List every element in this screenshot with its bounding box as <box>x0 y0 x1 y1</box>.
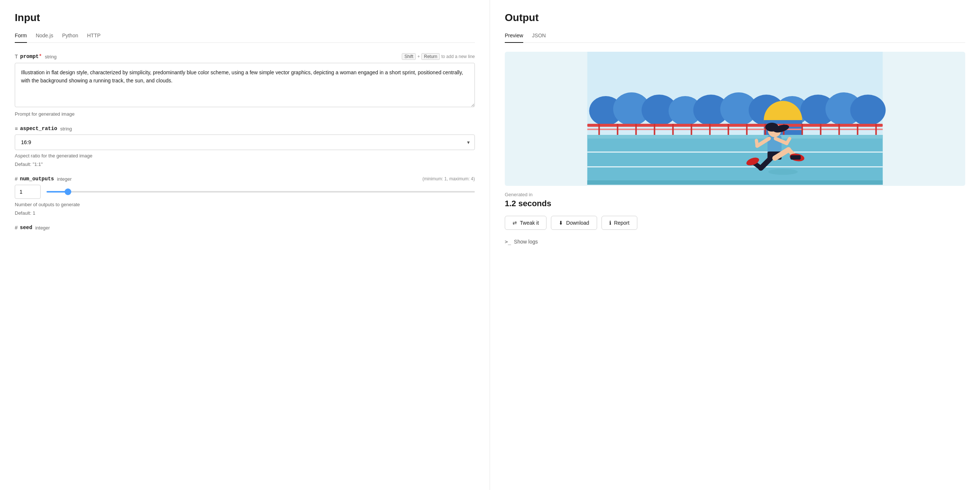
svg-rect-16 <box>598 124 600 135</box>
svg-rect-33 <box>587 152 883 153</box>
tweak-icon: ⇄ <box>512 220 517 226</box>
tab-form[interactable]: Form <box>15 32 27 43</box>
seed-field-name: seed <box>20 225 32 231</box>
svg-rect-31 <box>875 124 877 135</box>
show-logs-toggle[interactable]: >_ Show logs <box>505 239 965 245</box>
svg-rect-35 <box>587 135 883 139</box>
report-icon: ℹ <box>609 220 611 226</box>
num-outputs-default: Default: 1 <box>15 210 475 216</box>
left-panel: Input Form Node.js Python HTTP T prompt*… <box>0 0 490 490</box>
output-title: Output <box>505 12 965 24</box>
list-icon: ≡ <box>15 126 18 132</box>
plus-sign: + <box>417 54 420 59</box>
prompt-description: Prompt for generated image <box>15 111 475 117</box>
seed-field-group: # seed integer <box>15 225 475 231</box>
return-key: Return <box>421 53 440 60</box>
hash-icon-outputs: # <box>15 176 18 182</box>
svg-rect-21 <box>691 124 692 135</box>
svg-rect-53 <box>791 155 801 160</box>
input-title: Input <box>15 12 475 24</box>
svg-rect-24 <box>746 124 748 135</box>
right-panel: Output Preview JSON <box>490 0 980 490</box>
prompt-required: * <box>39 54 42 59</box>
svg-rect-30 <box>857 124 859 135</box>
tab-python[interactable]: Python <box>62 32 78 43</box>
prompt-field-name: prompt* <box>20 54 42 59</box>
download-icon: ⬇ <box>559 220 563 226</box>
download-label: Download <box>566 220 589 226</box>
tab-http[interactable]: HTTP <box>87 32 101 43</box>
num-outputs-controls <box>15 185 475 199</box>
svg-rect-22 <box>710 124 711 135</box>
num-outputs-description: Number of outputs to generate <box>15 202 475 207</box>
input-tabs: Form Node.js Python HTTP <box>15 32 475 43</box>
tab-json[interactable]: JSON <box>532 32 546 43</box>
aspect-ratio-field-type: string <box>60 126 72 132</box>
num-outputs-field-group: # num_outputs integer (minimum: 1, maxim… <box>15 176 475 216</box>
svg-point-11 <box>850 94 886 126</box>
generated-image <box>505 52 965 185</box>
action-buttons: ⇄ Tweak it ⬇ Download ℹ Report <box>505 216 965 230</box>
aspect-ratio-description: Aspect ratio for the generated image <box>15 153 475 158</box>
show-logs-label: Show logs <box>514 239 538 245</box>
num-outputs-slider-track[interactable] <box>46 191 475 193</box>
svg-rect-32 <box>587 135 883 185</box>
prompt-field-type: string <box>45 54 57 59</box>
tweak-button[interactable]: ⇄ Tweak it <box>505 216 547 230</box>
aspect-ratio-default: Default: "1:1" <box>15 161 475 167</box>
svg-rect-17 <box>617 124 619 135</box>
svg-rect-27 <box>802 124 803 135</box>
num-outputs-range: (minimum: 1, maximum: 4) <box>422 176 475 182</box>
svg-rect-29 <box>838 124 840 135</box>
generated-time: 1.2 seconds <box>505 199 965 208</box>
slider-thumb[interactable] <box>65 188 71 195</box>
prompt-hint: Shift + Return to add a new line <box>402 53 475 60</box>
svg-rect-36 <box>587 180 883 185</box>
output-tabs: Preview JSON <box>505 32 965 43</box>
prompt-field-group: T prompt* string Shift + Return to add a… <box>15 53 475 117</box>
svg-point-44 <box>765 123 779 132</box>
aspect-ratio-field-group: ≡ aspect_ratio string 1:1 16:9 4:3 3:2 9… <box>15 126 475 167</box>
seed-label-row: # seed integer <box>15 225 475 231</box>
text-icon: T <box>15 54 18 59</box>
hint-text: to add a new line <box>441 54 475 59</box>
download-button[interactable]: ⬇ Download <box>551 216 597 230</box>
report-button[interactable]: ℹ Report <box>601 216 637 230</box>
svg-rect-20 <box>672 124 674 135</box>
num-outputs-field-type: integer <box>57 176 72 182</box>
num-outputs-input[interactable] <box>15 185 41 199</box>
svg-rect-28 <box>820 124 822 135</box>
svg-rect-34 <box>587 166 883 168</box>
prompt-textarea[interactable]: Illustration in flat design style, chara… <box>15 63 475 107</box>
prompt-label-row: T prompt* string Shift + Return to add a… <box>15 53 475 60</box>
aspect-ratio-field-name: aspect_ratio <box>20 126 57 132</box>
svg-rect-19 <box>654 124 655 135</box>
terminal-icon: >_ <box>505 239 511 245</box>
shift-key: Shift <box>402 53 416 60</box>
num-outputs-label-row: # num_outputs integer (minimum: 1, maxim… <box>15 176 475 182</box>
svg-rect-18 <box>635 124 637 135</box>
svg-rect-23 <box>728 124 729 135</box>
seed-field-type: integer <box>35 225 50 231</box>
aspect-ratio-select-wrapper: 1:1 16:9 4:3 3:2 9:16 ▾ <box>15 134 475 150</box>
tweak-label: Tweak it <box>520 220 539 226</box>
aspect-ratio-label-row: ≡ aspect_ratio string <box>15 126 475 132</box>
tab-nodejs[interactable]: Node.js <box>36 32 53 43</box>
tab-preview[interactable]: Preview <box>505 32 523 43</box>
hash-icon-seed: # <box>15 225 18 231</box>
report-label: Report <box>614 220 630 226</box>
svg-line-46 <box>757 140 757 146</box>
svg-point-37 <box>768 169 798 175</box>
num-outputs-field-name: num_outputs <box>20 176 54 182</box>
image-preview <box>505 52 965 186</box>
generated-label: Generated in <box>505 192 965 197</box>
aspect-ratio-select[interactable]: 1:1 16:9 4:3 3:2 9:16 <box>15 134 475 150</box>
